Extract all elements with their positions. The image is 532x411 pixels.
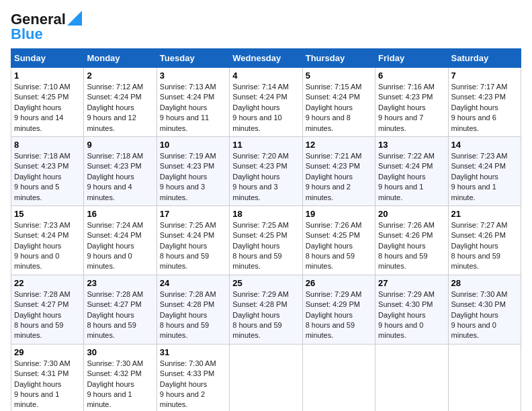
calendar-cell: 27Sunrise: 7:29 AMSunset: 4:30 PMDayligh… — [375, 275, 448, 344]
calendar-cell: 23Sunrise: 7:28 AMSunset: 4:27 PMDayligh… — [84, 275, 157, 344]
calendar-table: SundayMondayTuesdayWednesdayThursdayFrid… — [11, 48, 521, 411]
day-info: Sunrise: 7:21 AMSunset: 4:23 PMDaylight … — [306, 151, 372, 203]
calendar-week-1: 1Sunrise: 7:10 AMSunset: 4:25 PMDaylight… — [11, 68, 521, 137]
day-number: 29 — [14, 347, 81, 357]
calendar-cell: 9Sunrise: 7:18 AMSunset: 4:23 PMDaylight… — [84, 136, 157, 205]
day-number: 23 — [87, 278, 153, 288]
calendar-cell: 28Sunrise: 7:30 AMSunset: 4:30 PMDayligh… — [448, 275, 521, 344]
day-info: Sunrise: 7:18 AMSunset: 4:23 PMDaylight … — [87, 151, 153, 203]
calendar-cell: 3Sunrise: 7:13 AMSunset: 4:24 PMDaylight… — [157, 68, 229, 137]
calendar-cell: 22Sunrise: 7:28 AMSunset: 4:27 PMDayligh… — [11, 275, 84, 344]
day-info: Sunrise: 7:19 AMSunset: 4:23 PMDaylight … — [160, 151, 226, 203]
header-saturday: Saturday — [448, 49, 521, 68]
logo: General Blue — [11, 11, 82, 43]
header-thursday: Thursday — [302, 49, 375, 68]
calendar-cell: 21Sunrise: 7:27 AMSunset: 4:26 PMDayligh… — [448, 205, 521, 275]
day-number: 26 — [306, 278, 372, 288]
day-info: Sunrise: 7:29 AMSunset: 4:29 PMDaylight … — [306, 289, 372, 341]
day-info: Sunrise: 7:30 AMSunset: 4:33 PMDaylight … — [160, 359, 226, 410]
day-info: Sunrise: 7:30 AMSunset: 4:30 PMDaylight … — [451, 289, 518, 341]
calendar-cell: 8Sunrise: 7:18 AMSunset: 4:23 PMDaylight… — [11, 136, 84, 205]
calendar-cell — [375, 344, 448, 411]
calendar-cell: 14Sunrise: 7:23 AMSunset: 4:24 PMDayligh… — [448, 136, 521, 205]
day-number: 24 — [160, 278, 226, 288]
calendar-week-5: 29Sunrise: 7:30 AMSunset: 4:31 PMDayligh… — [11, 344, 521, 411]
calendar-cell: 12Sunrise: 7:21 AMSunset: 4:23 PMDayligh… — [302, 136, 375, 205]
day-number: 13 — [378, 140, 445, 150]
calendar-cell: 1Sunrise: 7:10 AMSunset: 4:25 PMDaylight… — [11, 68, 84, 137]
svg-marker-0 — [67, 11, 82, 26]
day-number: 12 — [306, 140, 372, 150]
calendar-cell: 19Sunrise: 7:26 AMSunset: 4:25 PMDayligh… — [302, 205, 375, 275]
day-info: Sunrise: 7:23 AMSunset: 4:24 PMDaylight … — [14, 220, 81, 272]
calendar-week-2: 8Sunrise: 7:18 AMSunset: 4:23 PMDaylight… — [11, 136, 521, 205]
day-info: Sunrise: 7:10 AMSunset: 4:25 PMDaylight … — [14, 82, 81, 134]
day-number: 30 — [87, 347, 153, 357]
day-info: Sunrise: 7:26 AMSunset: 4:26 PMDaylight … — [378, 220, 445, 272]
day-info: Sunrise: 7:18 AMSunset: 4:23 PMDaylight … — [14, 151, 81, 203]
day-info: Sunrise: 7:30 AMSunset: 4:31 PMDaylight … — [14, 359, 81, 410]
day-number: 3 — [160, 71, 226, 81]
header-sunday: Sunday — [11, 49, 84, 68]
calendar-cell — [230, 344, 302, 411]
day-number: 27 — [378, 278, 445, 288]
day-info: Sunrise: 7:22 AMSunset: 4:24 PMDaylight … — [378, 151, 445, 203]
day-number: 22 — [14, 278, 81, 288]
header-friday: Friday — [375, 49, 448, 68]
calendar-cell: 17Sunrise: 7:25 AMSunset: 4:24 PMDayligh… — [157, 205, 229, 275]
day-info: Sunrise: 7:14 AMSunset: 4:24 PMDaylight … — [232, 82, 299, 134]
day-number: 17 — [160, 209, 226, 219]
day-number: 5 — [306, 71, 372, 81]
calendar-cell: 20Sunrise: 7:26 AMSunset: 4:26 PMDayligh… — [375, 205, 448, 275]
calendar-cell — [302, 344, 375, 411]
calendar-cell: 10Sunrise: 7:19 AMSunset: 4:23 PMDayligh… — [157, 136, 229, 205]
header-wednesday: Wednesday — [230, 49, 302, 68]
logo-icon — [67, 11, 82, 26]
day-info: Sunrise: 7:30 AMSunset: 4:32 PMDaylight … — [87, 359, 153, 410]
day-number: 21 — [451, 209, 518, 219]
day-number: 20 — [378, 209, 445, 219]
day-number: 9 — [87, 140, 153, 150]
header-tuesday: Tuesday — [157, 49, 229, 68]
day-number: 16 — [87, 209, 153, 219]
calendar-cell: 26Sunrise: 7:29 AMSunset: 4:29 PMDayligh… — [302, 275, 375, 344]
day-number: 19 — [306, 209, 372, 219]
day-info: Sunrise: 7:16 AMSunset: 4:23 PMDaylight … — [378, 82, 445, 134]
day-number: 1 — [14, 71, 81, 81]
calendar-cell: 5Sunrise: 7:15 AMSunset: 4:24 PMDaylight… — [302, 68, 375, 137]
calendar-cell: 29Sunrise: 7:30 AMSunset: 4:31 PMDayligh… — [11, 344, 84, 411]
day-number: 18 — [232, 209, 299, 219]
day-number: 14 — [451, 140, 518, 150]
header-monday: Monday — [84, 49, 157, 68]
calendar-header-row: SundayMondayTuesdayWednesdayThursdayFrid… — [11, 49, 521, 68]
calendar-cell — [448, 344, 521, 411]
day-number: 25 — [232, 278, 299, 288]
calendar-cell: 16Sunrise: 7:24 AMSunset: 4:24 PMDayligh… — [84, 205, 157, 275]
day-number: 8 — [14, 140, 81, 150]
day-number: 4 — [232, 71, 299, 81]
day-info: Sunrise: 7:25 AMSunset: 4:25 PMDaylight … — [232, 220, 299, 272]
day-number: 6 — [378, 71, 445, 81]
page-header: General Blue — [11, 11, 521, 43]
day-number: 11 — [232, 140, 299, 150]
day-info: Sunrise: 7:20 AMSunset: 4:23 PMDaylight … — [232, 151, 299, 203]
calendar-cell: 25Sunrise: 7:29 AMSunset: 4:28 PMDayligh… — [230, 275, 302, 344]
day-info: Sunrise: 7:17 AMSunset: 4:23 PMDaylight … — [451, 82, 518, 134]
day-number: 28 — [451, 278, 518, 288]
calendar-cell: 4Sunrise: 7:14 AMSunset: 4:24 PMDaylight… — [230, 68, 302, 137]
day-info: Sunrise: 7:12 AMSunset: 4:24 PMDaylight … — [87, 82, 153, 134]
day-info: Sunrise: 7:27 AMSunset: 4:26 PMDaylight … — [451, 220, 518, 272]
calendar-cell: 11Sunrise: 7:20 AMSunset: 4:23 PMDayligh… — [230, 136, 302, 205]
calendar-week-3: 15Sunrise: 7:23 AMSunset: 4:24 PMDayligh… — [11, 205, 521, 275]
day-number: 15 — [14, 209, 81, 219]
day-info: Sunrise: 7:15 AMSunset: 4:24 PMDaylight … — [306, 82, 372, 134]
day-info: Sunrise: 7:24 AMSunset: 4:24 PMDaylight … — [87, 220, 153, 272]
day-number: 7 — [451, 71, 518, 81]
day-number: 2 — [87, 71, 153, 81]
day-info: Sunrise: 7:23 AMSunset: 4:24 PMDaylight … — [451, 151, 518, 203]
calendar-cell: 6Sunrise: 7:16 AMSunset: 4:23 PMDaylight… — [375, 68, 448, 137]
calendar-cell: 31Sunrise: 7:30 AMSunset: 4:33 PMDayligh… — [157, 344, 229, 411]
day-info: Sunrise: 7:29 AMSunset: 4:28 PMDaylight … — [232, 289, 299, 341]
day-number: 10 — [160, 140, 226, 150]
calendar-cell: 13Sunrise: 7:22 AMSunset: 4:24 PMDayligh… — [375, 136, 448, 205]
